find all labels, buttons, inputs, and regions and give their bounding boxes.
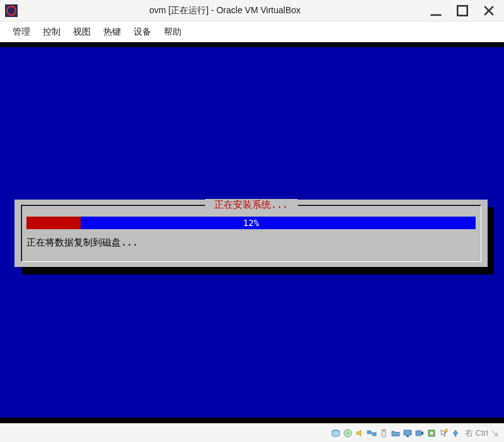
status-icons bbox=[330, 428, 461, 439]
guest-border-bottom bbox=[0, 417, 504, 423]
close-button[interactable] bbox=[481, 3, 496, 18]
hard-disk-icon[interactable] bbox=[330, 428, 341, 439]
statusbar: 右 Ctrl bbox=[0, 423, 504, 442]
guest-border-top bbox=[0, 43, 504, 47]
minimize-button[interactable] bbox=[428, 3, 444, 18]
host-key-indicator[interactable]: 右 Ctrl bbox=[465, 428, 499, 439]
menu-manage[interactable]: 管理 bbox=[8, 24, 35, 40]
window-title: ovm [正在运行] - Oracle VM VirtualBox bbox=[21, 5, 428, 16]
menu-view[interactable]: 视图 bbox=[68, 24, 96, 40]
vm-display[interactable]: 正在安装系统... 12% 正在将数据复制到磁盘... bbox=[0, 42, 504, 423]
svg-rect-3 bbox=[457, 6, 467, 15]
hostkey-arrow-icon bbox=[490, 429, 499, 438]
app-icon bbox=[5, 4, 18, 17]
menu-devices[interactable]: 设备 bbox=[129, 24, 156, 40]
dialog-title: 正在安装系统... bbox=[205, 199, 297, 211]
recording-icon[interactable] bbox=[414, 428, 425, 439]
menu-help[interactable]: 帮助 bbox=[159, 24, 186, 40]
menu-input[interactable]: 热键 bbox=[98, 24, 126, 40]
keyboard-capture-icon[interactable] bbox=[450, 428, 461, 439]
menu-control[interactable]: 控制 bbox=[38, 24, 66, 40]
usb-icon[interactable] bbox=[378, 428, 389, 439]
svg-point-19 bbox=[445, 429, 448, 432]
svg-rect-16 bbox=[416, 431, 421, 436]
cpu-icon[interactable] bbox=[426, 428, 437, 439]
audio-icon[interactable] bbox=[354, 428, 365, 439]
network-icon[interactable] bbox=[366, 428, 377, 439]
window-controls bbox=[428, 3, 499, 18]
progress-bar: 12% bbox=[26, 217, 476, 229]
svg-rect-9 bbox=[367, 431, 371, 434]
window-titlebar: ovm [正在运行] - Oracle VM VirtualBox bbox=[0, 0, 504, 21]
display-icon[interactable] bbox=[402, 428, 413, 439]
svg-rect-15 bbox=[406, 436, 409, 437]
svg-point-8 bbox=[347, 432, 349, 434]
mouse-integration-icon[interactable] bbox=[438, 428, 449, 439]
installer-dialog: 正在安装系统... 12% 正在将数据复制到磁盘... bbox=[14, 200, 488, 267]
menubar: 管理 控制 视图 热键 设备 帮助 bbox=[0, 21, 504, 42]
shared-folders-icon[interactable] bbox=[390, 428, 401, 439]
optical-drive-icon[interactable] bbox=[342, 428, 353, 439]
dialog-frame: 正在安装系统... 12% 正在将数据复制到磁盘... bbox=[21, 205, 481, 262]
installer-status-text: 正在将数据复制到磁盘... bbox=[26, 237, 138, 249]
svg-rect-13 bbox=[383, 430, 385, 431]
svg-rect-10 bbox=[372, 433, 376, 436]
progress-label: 12% bbox=[26, 217, 476, 229]
maximize-button[interactable] bbox=[455, 3, 470, 18]
svg-rect-14 bbox=[404, 430, 411, 435]
host-key-label: 右 Ctrl bbox=[465, 428, 488, 439]
guest-content: 正在安装系统... 12% 正在将数据复制到磁盘... bbox=[0, 47, 504, 417]
svg-rect-18 bbox=[430, 431, 433, 434]
